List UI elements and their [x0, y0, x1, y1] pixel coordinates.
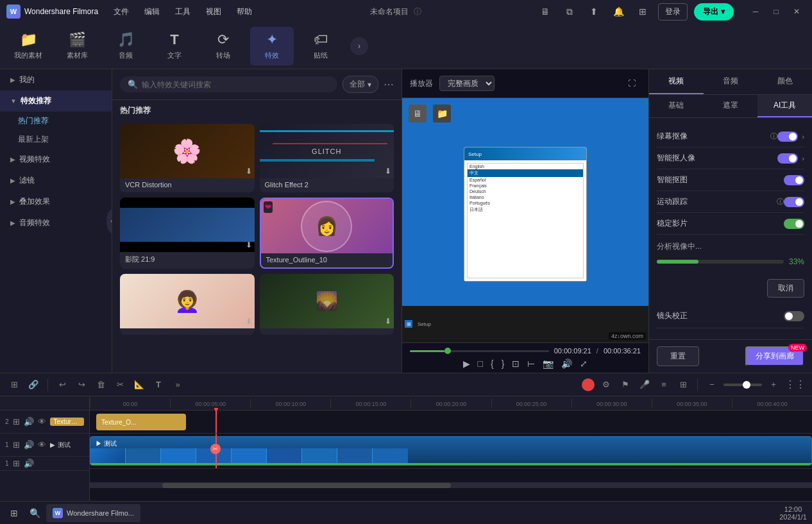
panel-collapse-button[interactable]: ‹ — [106, 210, 112, 233]
toggle-smart-portrait-arrow-icon[interactable]: › — [802, 155, 804, 162]
tl-add-track-icon[interactable]: ⊞ — [6, 377, 22, 393]
win-start-button[interactable]: ⊞ — [5, 504, 23, 522]
taskbar-filmora[interactable]: W Wondershare Filmo... — [46, 504, 140, 522]
tool-text[interactable]: T 文字 — [153, 27, 196, 65]
stop-button[interactable]: □ — [478, 359, 483, 369]
mark-in-icon[interactable]: { — [491, 359, 494, 369]
quality-select[interactable]: 完整画质 — [439, 76, 495, 91]
toggle-motion-switch[interactable] — [784, 197, 804, 207]
menu-edit[interactable]: 编辑 — [142, 4, 162, 20]
progress-track[interactable] — [410, 350, 549, 352]
track2-volume-icon[interactable]: 🔊 — [24, 417, 34, 427]
track2-eye-icon[interactable]: 👁 — [38, 417, 46, 427]
scrollbar-thumb[interactable] — [162, 483, 451, 488]
tl-redo-icon[interactable]: ↪ — [74, 377, 89, 393]
mark-out-icon[interactable]: } — [502, 359, 505, 369]
upload-icon[interactable]: ⬆ — [585, 3, 603, 21]
audio-volume-icon[interactable]: 🔊 — [24, 459, 34, 468]
tl-zoom-out-icon[interactable]: − — [704, 377, 720, 393]
toolbar-expand-button[interactable]: › — [350, 37, 368, 55]
tl-cut-icon[interactable]: ✂ — [112, 377, 128, 393]
login-button[interactable]: 登录 — [658, 3, 688, 21]
left-panel-hot[interactable]: 热门推荐 — [0, 112, 112, 130]
left-panel-audio-effects[interactable]: ▶ 音频特效 — [0, 212, 112, 233]
track1-add-icon[interactable]: ⊞ — [13, 440, 20, 450]
right-subtab-basic[interactable]: 基础 — [649, 95, 704, 117]
menu-view[interactable]: 视图 — [203, 4, 224, 20]
copy-icon[interactable]: ⧉ — [561, 3, 579, 21]
right-tab-video[interactable]: 视频 — [649, 69, 704, 94]
extract-icon[interactable]: ⊡ — [512, 359, 520, 369]
tl-split2-icon[interactable]: ⊞ — [675, 377, 691, 393]
search-filter-dropdown[interactable]: 全部 ▾ — [343, 76, 378, 93]
tl-text-icon[interactable]: T — [151, 377, 166, 393]
track1-volume-icon[interactable]: 🔊 — [24, 440, 34, 450]
tl-flag-icon[interactable]: ⚑ — [618, 377, 633, 393]
toggle-green-screen-switch[interactable] — [777, 131, 798, 142]
split-icon[interactable]: ⊢ — [527, 359, 535, 369]
effect-card-glitch[interactable]: GLITCH ⬇ Glitch Effect 2 — [260, 124, 394, 192]
overlay-clip[interactable]: Texture_O... — [96, 414, 186, 430]
share-button[interactable]: 分享到画廊 NEW — [745, 346, 804, 366]
close-button[interactable]: ✕ — [788, 3, 806, 21]
toggle-motion-info-icon[interactable]: ⓘ — [777, 197, 784, 207]
left-panel-effects[interactable]: ▼ 特效推荐 — [0, 90, 112, 112]
left-panel-my[interactable]: ▶ 我的 — [0, 69, 112, 90]
video-clip[interactable]: ▶ 测试 — [90, 436, 812, 466]
menu-help[interactable]: 帮助 — [234, 4, 255, 20]
left-panel-overlay[interactable]: ▶ 叠加效果 — [0, 191, 112, 212]
export-button[interactable]: 导出 ▾ — [694, 3, 734, 21]
menu-file[interactable]: 文件 — [111, 4, 131, 20]
toggle-smart-cutout-switch[interactable] — [784, 175, 804, 185]
fit-icon[interactable]: ⤢ — [580, 359, 588, 369]
effect-card-cinema[interactable]: ⬇ 影院 21:9 — [120, 198, 255, 269]
tool-sticker[interactable]: 🏷 贴纸 — [299, 27, 343, 65]
tl-record-button[interactable] — [582, 378, 595, 391]
search-input[interactable] — [142, 80, 330, 89]
toggle-smart-portrait-switch[interactable] — [777, 153, 798, 164]
maximize-button[interactable]: □ — [767, 3, 785, 21]
tool-library[interactable]: 🎬 素材库 — [55, 27, 99, 65]
effect-card-vcr[interactable]: 🌸 ⬇ VCR Distortion — [120, 124, 255, 192]
tl-zoom-slider[interactable] — [723, 384, 762, 386]
toggle-stabilize-switch[interactable] — [784, 219, 804, 229]
fullscreen-icon[interactable]: ⛶ — [623, 74, 641, 92]
effect-card-texture[interactable]: 👩 ❤ Texture_Outline_10 — [260, 198, 394, 269]
tl-more-icon[interactable]: » — [170, 377, 185, 393]
effect-card-landscape[interactable]: 🌄 ⬇ — [260, 274, 394, 335]
tl-settings-icon[interactable]: ⚙ — [598, 377, 614, 393]
toggle-lens-switch[interactable] — [784, 311, 804, 321]
left-panel-new[interactable]: 最新上架 — [0, 130, 112, 149]
tool-transition[interactable]: ⟳ 转场 — [201, 27, 245, 65]
tool-my-assets[interactable]: 📁 我的素材 — [6, 27, 50, 65]
screenshot-icon[interactable]: 📷 — [543, 359, 554, 369]
right-subtab-ai[interactable]: AI工具 — [757, 95, 812, 117]
right-tab-color[interactable]: 颜色 — [757, 69, 812, 94]
tl-align-icon[interactable]: ≡ — [656, 377, 672, 393]
right-subtab-mask[interactable]: 遮罩 — [704, 95, 758, 117]
tool-audio[interactable]: 🎵 音频 — [104, 27, 148, 65]
tl-mic-icon[interactable]: 🎤 — [637, 377, 652, 393]
menu-tools[interactable]: 工具 — [173, 4, 193, 20]
cancel-button[interactable]: 取消 — [767, 279, 804, 298]
tl-zoom-in-icon[interactable]: + — [766, 377, 781, 393]
volume-icon[interactable]: 🔊 — [561, 359, 572, 369]
right-tab-audio[interactable]: 音频 — [704, 69, 758, 94]
track1-eye-icon[interactable]: 👁 — [38, 440, 46, 450]
tool-effects[interactable]: ✦ 特效 — [250, 27, 294, 65]
tl-delete-icon[interactable]: 🗑 — [93, 377, 108, 393]
track2-add-icon[interactable]: ⊞ — [13, 417, 20, 427]
toggle-green-screen-info-icon[interactable]: ⓘ — [770, 131, 777, 141]
left-panel-filter[interactable]: ▶ 滤镜 — [0, 170, 112, 191]
tl-undo-icon[interactable]: ↩ — [55, 377, 70, 393]
timeline-scrollbar[interactable] — [90, 483, 812, 488]
grid-icon[interactable]: ⊞ — [634, 3, 652, 21]
tl-overflow-icon[interactable]: ⋮⋮ — [785, 378, 806, 391]
tl-crop-icon[interactable]: 📐 — [131, 377, 147, 393]
bell-icon[interactable]: 🔔 — [609, 3, 627, 21]
tl-link-icon[interactable]: 🔗 — [26, 377, 41, 393]
project-info-icon[interactable]: ⓘ — [414, 6, 421, 17]
reset-button[interactable]: 重置 — [657, 346, 699, 366]
minimize-button[interactable]: ─ — [747, 3, 765, 21]
monitor-icon[interactable]: 🖥 — [536, 3, 554, 21]
